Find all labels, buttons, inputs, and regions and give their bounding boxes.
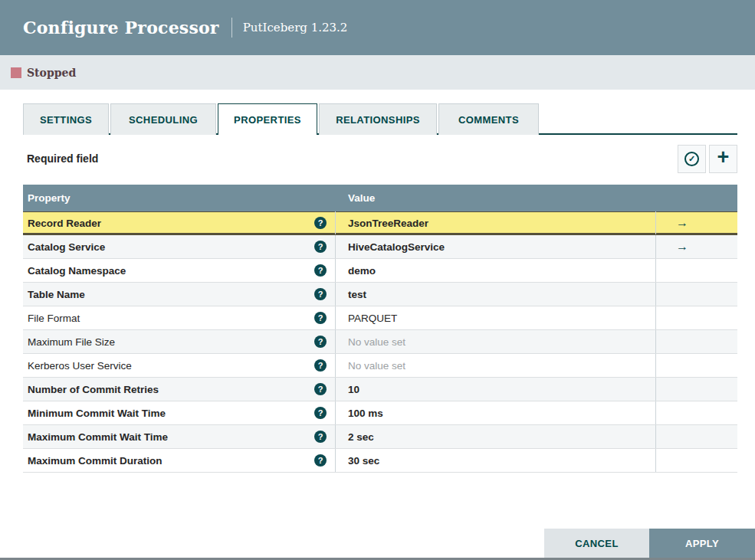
actions-cell [656,378,737,401]
property-cell: Maximum File Size? [23,330,336,353]
properties-toolbar: Required field ✓ + [23,144,737,173]
table-row[interactable]: Table Name?test [23,283,737,306]
value-cell[interactable]: PARQUET [336,306,656,329]
stopped-state-icon [11,67,21,78]
apply-button[interactable]: APPLY [649,529,755,558]
actions-cell [656,425,737,448]
table-row[interactable]: Maximum Commit Wait Time?2 sec [23,425,737,449]
value-cell[interactable]: HiveCatalogService [336,235,656,258]
help-icon[interactable]: ? [314,407,327,419]
property-cell: Number of Commit Retries? [23,378,336,401]
goto-service-icon[interactable]: → [676,241,688,253]
help-icon[interactable]: ? [314,217,327,229]
value-cell[interactable]: 100 ms [336,401,656,424]
property-cell: Catalog Namespace? [23,259,336,282]
check-circle-icon: ✓ [684,152,699,166]
tab-scheduling[interactable]: SCHEDULING [110,103,216,135]
property-name: Table Name [28,289,85,300]
goto-service-icon[interactable]: → [676,217,688,229]
actions-cell [656,306,737,329]
column-header-value: Value [336,192,656,204]
value-cell[interactable]: No value set [336,330,656,353]
table-header: Property Value [23,185,737,211]
table-row[interactable]: Maximum Commit Duration?30 sec [23,449,737,473]
help-icon[interactable]: ? [314,264,327,277]
toolbar-buttons: ✓ + [678,145,737,173]
property-cell: Maximum Commit Wait Time? [23,425,336,448]
property-value: HiveCatalogService [348,241,445,253]
table-row[interactable]: Number of Commit Retries?10 [23,378,737,401]
table-row[interactable]: Maximum File Size?No value set [23,330,737,354]
dialog-footer: CANCEL APPLY [544,529,755,558]
value-cell[interactable]: 2 sec [336,425,656,448]
tab-properties[interactable]: PROPERTIES [218,103,317,135]
verify-properties-button[interactable]: ✓ [678,145,706,173]
property-name: Record Reader [28,218,101,229]
property-cell: Record Reader? [23,211,336,234]
table-row[interactable]: Minimum Commit Wait Time?100 ms [23,401,737,425]
table-row[interactable]: Record Reader?JsonTreeReader→ [23,211,737,235]
property-name: Minimum Commit Wait Time [28,408,166,419]
property-cell: File Format? [23,306,336,329]
actions-cell [656,283,737,306]
value-cell[interactable]: test [336,283,656,306]
property-value: JsonTreeReader [348,218,428,229]
property-value: No value set [348,360,405,372]
tab-settings[interactable]: SETTINGS [23,103,109,135]
actions-cell: → [656,211,737,234]
property-value: 2 sec [348,431,374,443]
plus-icon: + [717,147,730,168]
property-name: Number of Commit Retries [28,384,159,395]
cancel-button[interactable]: CANCEL [544,529,649,558]
property-cell: Maximum Commit Duration? [23,449,336,472]
tab-bar: SETTINGSSCHEDULINGPROPERTIESRELATIONSHIP… [23,103,737,135]
tab-comments[interactable]: COMMENTS [438,103,539,135]
actions-cell [656,449,737,472]
properties-table-body: Record Reader?JsonTreeReader→Catalog Ser… [23,211,737,473]
status-label: Stopped [27,67,76,79]
properties-table: Property Value Record Reader?JsonTreeRea… [23,185,737,473]
property-cell: Kerberos User Service? [23,354,336,377]
tab-relationships[interactable]: RELATIONSHIPS [319,103,437,135]
property-name: Catalog Service [28,241,105,253]
processor-name-version: PutIceberg 1.23.2 [243,21,348,34]
value-cell[interactable]: demo [336,259,656,282]
property-value: demo [348,265,376,277]
value-cell[interactable]: JsonTreeReader [336,211,656,234]
table-row[interactable]: Catalog Service?HiveCatalogService→ [23,235,737,259]
property-name: Maximum Commit Duration [28,455,162,467]
help-icon[interactable]: ? [314,312,327,324]
table-row[interactable]: File Format?PARQUET [23,306,737,330]
actions-cell [656,354,737,377]
help-icon[interactable]: ? [314,241,327,253]
property-name: File Format [28,313,80,324]
value-cell[interactable]: No value set [336,354,656,377]
property-value: No value set [348,336,405,348]
add-property-button[interactable]: + [709,145,737,173]
table-row[interactable]: Catalog Namespace?demo [23,259,737,283]
property-name: Kerberos User Service [28,360,132,372]
help-icon[interactable]: ? [314,359,327,372]
help-icon[interactable]: ? [314,431,327,443]
column-header-property: Property [23,192,336,204]
value-cell[interactable]: 30 sec [336,449,656,472]
dialog-header: Configure Processor PutIceberg 1.23.2 [0,0,755,55]
property-name: Maximum Commit Wait Time [28,431,168,443]
dialog-title: Configure Processor [23,18,219,38]
property-value: 100 ms [348,408,383,419]
help-icon[interactable]: ? [314,454,327,467]
value-cell[interactable]: 10 [336,378,656,401]
property-value: PARQUET [348,313,397,324]
status-bar: Stopped [0,55,755,90]
help-icon[interactable]: ? [314,383,327,395]
help-icon[interactable]: ? [314,288,327,300]
dialog-content: SETTINGSSCHEDULINGPROPERTIESRELATIONSHIP… [0,90,755,473]
help-icon[interactable]: ? [314,336,327,348]
property-cell: Catalog Service? [23,235,336,258]
actions-cell: → [656,235,737,258]
actions-cell [656,330,737,353]
configure-processor-dialog: Configure Processor PutIceberg 1.23.2 St… [0,0,755,560]
table-row[interactable]: Kerberos User Service?No value set [23,354,737,378]
property-value: 10 [348,384,359,395]
property-value: test [348,289,366,300]
